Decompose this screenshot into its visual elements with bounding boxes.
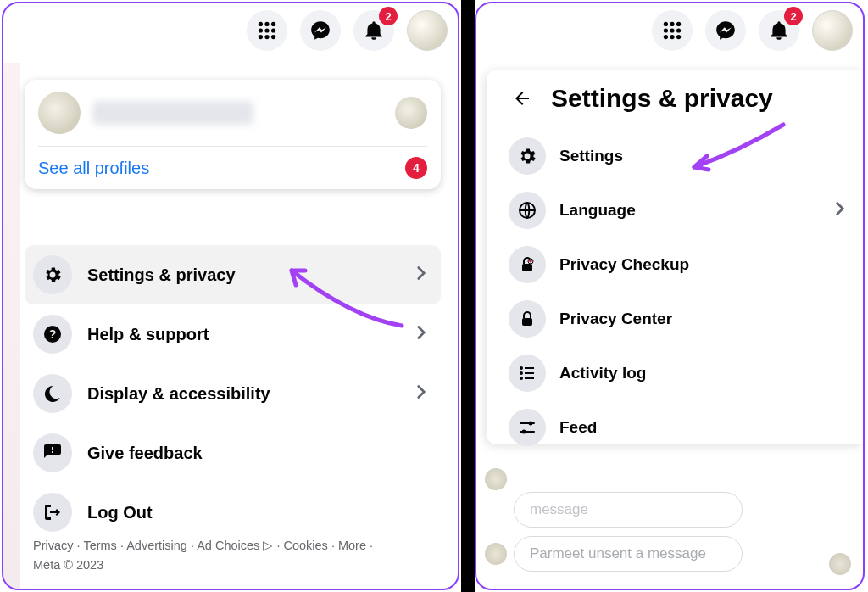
lock-heart-icon [509, 246, 546, 283]
footer-ad-choices[interactable]: Ad Choices [197, 539, 259, 552]
svg-point-1 [264, 22, 269, 26]
item-feed[interactable]: Feed [502, 400, 858, 455]
footer-links: Privacy · Terms · Advertising · Ad Choic… [33, 536, 437, 575]
apps-grid-icon[interactable] [652, 10, 693, 51]
moon-icon [33, 374, 72, 413]
svg-point-19 [676, 35, 681, 39]
item-language[interactable]: Language [502, 183, 858, 237]
item-activity-log[interactable]: Activity log [502, 346, 858, 400]
svg-rect-23 [522, 318, 532, 326]
svg-point-7 [264, 35, 269, 39]
profile-picture [38, 92, 81, 134]
svg-point-13 [676, 22, 681, 26]
chat-preview: message Parmeet unsent a message [485, 483, 848, 572]
footer-advertising[interactable]: Advertising [126, 539, 187, 552]
menu-label: Settings & privacy [87, 265, 395, 285]
svg-rect-28 [525, 372, 534, 374]
footer-more[interactable]: More [338, 539, 366, 552]
svg-point-5 [271, 28, 275, 32]
footer-meta: Meta © 2023 [33, 558, 103, 572]
chevron-right-icon [410, 381, 432, 406]
item-label: Settings [559, 147, 851, 165]
menu-give-feedback[interactable]: Give feedback [25, 423, 441, 483]
svg-point-6 [259, 35, 263, 39]
chat-avatar [485, 543, 507, 565]
see-all-profiles-link[interactable]: See all profiles [38, 159, 149, 178]
svg-rect-21 [522, 264, 532, 271]
notification-badge: 2 [784, 7, 803, 25]
globe-icon [509, 192, 546, 229]
messenger-icon[interactable] [705, 10, 746, 51]
item-privacy-checkup[interactable]: Privacy Checkup [502, 237, 858, 292]
footer-cookies[interactable]: Cookies [283, 539, 327, 552]
chat-avatar [485, 468, 507, 490]
apps-grid-icon[interactable] [247, 10, 287, 51]
profile-avatar[interactable] [812, 10, 853, 51]
notifications-icon[interactable]: 2 [759, 10, 799, 51]
chevron-right-icon [829, 198, 851, 223]
svg-point-15 [670, 28, 674, 32]
svg-point-24 [520, 366, 523, 370]
svg-point-25 [520, 371, 523, 375]
menu-settings-privacy[interactable]: Settings & privacy [25, 245, 441, 304]
menu-label: Display & accessibility [87, 384, 395, 404]
profile-card: See all profiles 4 [25, 80, 441, 189]
item-privacy-center[interactable]: Privacy Center [502, 292, 858, 346]
menu-label: Give feedback [87, 444, 432, 463]
menu-help-support[interactable]: ? Help & support [25, 304, 441, 364]
header-actions: 2 [247, 10, 448, 51]
svg-point-17 [664, 35, 668, 39]
profile-row[interactable] [38, 92, 427, 134]
item-settings[interactable]: Settings [502, 129, 858, 183]
item-label: Language [559, 201, 815, 220]
card-divider [38, 146, 427, 147]
svg-point-16 [676, 28, 681, 32]
right-screenshot: 2 Settings & privacy Settings Language P… [475, 2, 865, 590]
footer-terms[interactable]: Terms [83, 539, 116, 552]
menu-label: Help & support [87, 325, 395, 344]
svg-point-18 [670, 35, 674, 39]
svg-point-2 [271, 22, 275, 26]
item-label: Activity log [559, 364, 851, 383]
svg-point-8 [271, 35, 275, 39]
menu-log-out[interactable]: Log Out [25, 483, 441, 542]
left-screenshot: 2 See all profiles 4 Settings & privacy … [2, 2, 459, 590]
item-label: Privacy Checkup [559, 255, 851, 274]
unsent-message-bubble: message [514, 492, 743, 528]
list-icon [509, 355, 546, 392]
svg-point-12 [670, 22, 674, 26]
header-actions: 2 [652, 10, 853, 51]
lock-icon [509, 300, 546, 338]
feedback-icon [33, 433, 72, 472]
svg-point-0 [259, 22, 263, 26]
item-label: Feed [559, 418, 851, 437]
notification-badge: 2 [379, 7, 398, 25]
back-button[interactable] [505, 81, 539, 115]
unsent-message-bubble: Parmeet unsent a message [514, 536, 743, 572]
item-label: Privacy Center [559, 310, 851, 328]
profile-name-redacted [92, 101, 253, 125]
svg-rect-27 [525, 367, 534, 369]
menu-display-accessibility[interactable]: Display & accessibility [25, 364, 441, 423]
messenger-icon[interactable] [300, 10, 341, 51]
notifications-icon[interactable]: 2 [353, 10, 394, 51]
svg-rect-29 [525, 377, 534, 379]
svg-point-14 [664, 28, 668, 32]
svg-point-11 [664, 22, 668, 26]
question-icon: ? [33, 315, 72, 354]
svg-point-3 [259, 28, 263, 32]
gear-icon [509, 137, 546, 175]
svg-point-30 [529, 422, 533, 426]
panel-title: Settings & privacy [551, 84, 773, 113]
svg-point-31 [522, 430, 526, 434]
svg-text:?: ? [49, 327, 57, 341]
menu-label: Log Out [87, 503, 432, 522]
footer-privacy[interactable]: Privacy [33, 539, 74, 552]
settings-privacy-panel: Settings & privacy Settings Language Pri… [487, 70, 863, 444]
logout-icon [33, 493, 72, 532]
profile-avatar[interactable] [407, 10, 448, 51]
settings-list: Settings Language Privacy Checkup Privac… [502, 129, 858, 455]
chevron-right-icon [410, 321, 432, 347]
gear-icon [33, 255, 72, 294]
svg-point-26 [520, 377, 523, 380]
